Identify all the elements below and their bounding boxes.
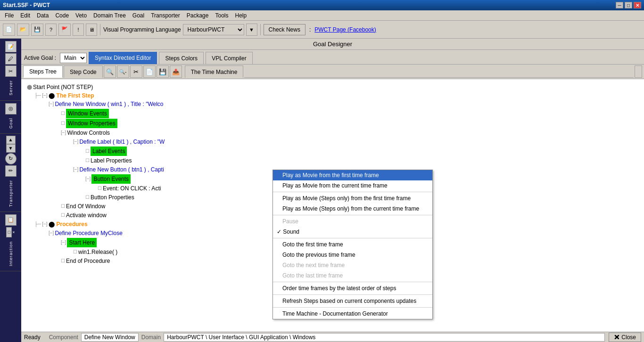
sidebar-interaction-label[interactable]: Interaction (8, 238, 13, 269)
tab-vpl-compiler[interactable]: VPL Compiler (206, 52, 253, 64)
minus-procs[interactable]: [−] (42, 220, 47, 228)
procedures-label[interactable]: Procedures (57, 220, 88, 228)
dropdown-play-current[interactable]: Play as Movie from the current time fram… (273, 180, 432, 191)
define-window-label[interactable]: Define New Window ( win1 ) , Title : "We… (55, 100, 163, 108)
tab-time-machine[interactable]: The Time Machine (185, 65, 244, 78)
minus-icon9[interactable]: [−] (73, 165, 78, 174)
toolbar-monitor[interactable]: 🖥 (86, 24, 97, 36)
label-events-label[interactable]: Label Events (91, 147, 127, 156)
dropdown-doc-generator[interactable]: Time Machine - Documentation Generator (273, 309, 432, 319)
minus-icon5[interactable]: [−] (61, 129, 66, 137)
sidebar-server-label[interactable]: Server (8, 77, 13, 98)
release-label[interactable]: win1.Release( ) (78, 248, 117, 256)
export-btn[interactable]: 📤 (170, 65, 182, 78)
menu-code[interactable]: Code (52, 11, 72, 20)
sidebar-server-icon1[interactable]: 📝 (5, 41, 17, 52)
expand-release[interactable]: ☐ (73, 248, 77, 256)
sidebar-goal-label[interactable]: Goal (8, 115, 13, 131)
expand-icon13[interactable]: ☐ (61, 202, 65, 211)
dropdown-goto-prev[interactable]: Goto the previous time frame (273, 250, 432, 260)
expand-icon11[interactable]: ☐ (98, 184, 102, 193)
check-news-button[interactable]: Check News (264, 24, 305, 35)
button-props-label[interactable]: Button Properties (91, 193, 134, 202)
dropdown-play-first[interactable]: Play as Movie from the first time frame (273, 170, 432, 180)
save-step-btn[interactable]: 💾 (157, 65, 169, 78)
active-goal-select[interactable]: Main (60, 53, 87, 63)
dropdown-refresh-steps[interactable]: Refresh Steps based on current component… (273, 296, 432, 306)
sidebar-server-icon3[interactable]: ✂ (5, 65, 17, 77)
window-controls-label[interactable]: Window Controls (67, 129, 110, 137)
sidebar-down-arrow[interactable]: ▼ (6, 144, 16, 153)
sidebar-interaction-icon1[interactable]: 📋 (5, 214, 17, 226)
end-proc-label[interactable]: End of Procedure (66, 257, 110, 265)
minimize-button[interactable]: ─ (616, 2, 623, 8)
tab-step-code[interactable]: Step Code (64, 65, 103, 78)
zoom-in-btn[interactable]: 🔍 (104, 65, 116, 78)
cut-btn[interactable]: ✂ (130, 65, 142, 78)
status-close-button[interactable]: 🗙 Close (609, 333, 641, 342)
window-props-label[interactable]: Window Properties (66, 119, 117, 128)
menu-data[interactable]: Data (34, 11, 51, 20)
expand-icon[interactable]: ├─ (34, 91, 41, 100)
define-label-text[interactable]: Define Label ( lbl1 ) , Caption : "W (79, 138, 165, 146)
start-here-label[interactable]: Start Here (67, 238, 97, 247)
first-step-label[interactable]: The First Step (57, 91, 94, 100)
sidebar-transporter-icon[interactable]: ↻ (5, 153, 17, 164)
expand-icon3[interactable]: ☐ (61, 109, 65, 118)
pwct-facebook-link[interactable]: PWCT Page (Facebook) (314, 26, 376, 33)
expand-icon14[interactable]: ☐ (61, 211, 65, 220)
activate-label[interactable]: Activate window (66, 211, 107, 220)
end-window-label[interactable]: End Of Window (66, 202, 105, 211)
menu-tools[interactable]: Tools (212, 11, 231, 20)
maximize-button[interactable]: □ (625, 2, 632, 8)
toolbar-open[interactable]: 📂 (17, 24, 29, 36)
zoom-out-btn[interactable]: 🔍- (117, 65, 129, 78)
onclick-label[interactable]: Event: ON CLICK : Acti (103, 184, 161, 193)
sidebar-up-arrow[interactable]: ▲ (6, 136, 16, 144)
minus-icon2[interactable]: [−] (49, 100, 54, 108)
expand-icon8[interactable]: ☐ (85, 156, 90, 165)
expand-icon12[interactable]: ☐ (85, 193, 90, 202)
define-proc-label[interactable]: Define Procedure MyClose (55, 229, 122, 237)
tab-steps-tree[interactable]: Steps Tree (23, 65, 63, 78)
tab-syntax-editor[interactable]: Syntax Directed Editor (89, 52, 157, 64)
minus-icon10[interactable]: [−] (85, 175, 91, 183)
label-props-label[interactable]: Label Properties (91, 156, 132, 165)
menu-file[interactable]: File (2, 11, 17, 20)
menu-transporter[interactable]: Transporter (148, 11, 183, 20)
scrollbar-placeholder[interactable] (635, 65, 642, 78)
dropdown-sound[interactable]: ✓ Sound (273, 227, 432, 237)
expand-procs[interactable]: ├─ (34, 220, 41, 228)
toolbar-flag[interactable]: 🚩 (58, 24, 71, 36)
minus-start[interactable]: [−] (61, 238, 66, 247)
menu-package[interactable]: Package (184, 11, 212, 20)
toolbar-help[interactable]: ? (45, 24, 57, 36)
menu-veto[interactable]: Veto (73, 11, 90, 20)
toolbar-save[interactable]: 💾 (31, 24, 43, 36)
expand-end-proc[interactable]: ☐ (61, 257, 65, 265)
dropdown-order-frames[interactable]: Order time frames by the latest order of… (273, 283, 432, 293)
expand-icon7[interactable]: ☐ (85, 147, 90, 155)
button-events-label[interactable]: Button Events (91, 174, 131, 184)
sidebar-edit-icon[interactable]: ✏ (5, 165, 17, 177)
tab-steps-colors[interactable]: Steps Colors (159, 52, 204, 64)
minus-icon6[interactable]: [−] (73, 138, 78, 146)
minus-icon[interactable]: [−] (42, 91, 47, 100)
sidebar-goal-icon[interactable]: ◎ (5, 103, 17, 114)
menu-help[interactable]: Help (232, 11, 249, 20)
dropdown-play-steps-current[interactable]: Play as Movie (Steps only) from the curr… (273, 204, 432, 214)
define-button-label[interactable]: Define New Button ( btn1 ) , Capti (79, 165, 164, 174)
tree-root-toggle[interactable]: ⬤ (27, 83, 32, 91)
menu-goal[interactable]: Goal (130, 11, 147, 20)
close-window-button[interactable]: ✕ (634, 2, 641, 8)
toolbar-new[interactable]: 📄 (3, 24, 15, 36)
menu-edit[interactable]: Edit (17, 11, 33, 20)
copy-btn[interactable]: 📄 (143, 65, 156, 78)
dropdown-arrow[interactable]: ▼ (246, 24, 257, 36)
window-events-label[interactable]: Window Events (66, 109, 109, 118)
menu-domain-tree[interactable]: Domain Tree (91, 11, 129, 20)
dropdown-play-steps-first[interactable]: Play as Movie (Steps only) from the firs… (273, 193, 432, 204)
tree-root-label[interactable]: Start Point (NOT STEP) (33, 83, 93, 91)
toolbar-exclaim[interactable]: ! (73, 24, 84, 36)
sidebar-transporter-label[interactable]: Transporter (8, 177, 13, 210)
